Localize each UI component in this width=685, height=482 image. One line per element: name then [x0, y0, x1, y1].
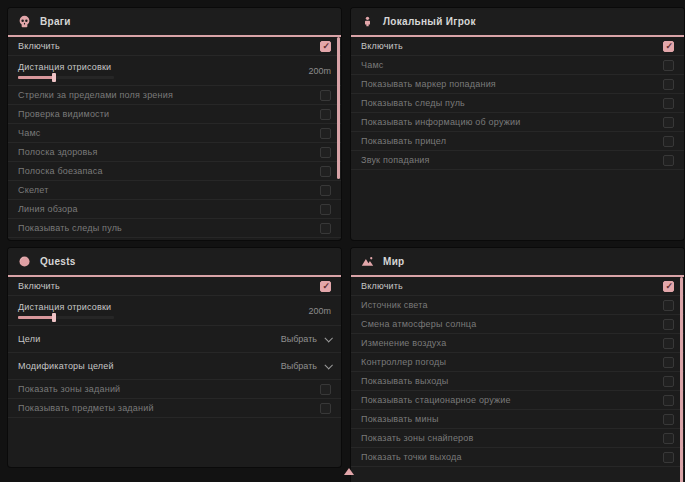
setting-row: Линия обзора — [8, 200, 341, 219]
checkbox[interactable] — [320, 204, 331, 215]
scrollbar-thumb[interactable] — [337, 37, 340, 179]
checkbox[interactable] — [320, 41, 331, 52]
checkbox[interactable] — [320, 384, 331, 395]
setting-row: Показать зоны снайперов — [351, 429, 684, 448]
setting-row: Полоска здоровья — [8, 143, 341, 162]
checkbox[interactable] — [663, 79, 674, 90]
setting-row: Контроллер погоды — [351, 353, 684, 372]
setting-row: Дистанция отрисовки200m — [8, 56, 341, 86]
setting-label: Стрелки за пределами поля зрения — [18, 90, 173, 100]
checkbox[interactable] — [320, 403, 331, 414]
scroll-indicator-triangle — [344, 468, 354, 475]
quest-icon — [18, 255, 31, 268]
checkbox[interactable] — [320, 166, 331, 177]
checkbox[interactable] — [663, 338, 674, 349]
slider-handle[interactable] — [52, 313, 56, 322]
checkbox[interactable] — [663, 357, 674, 368]
setting-row: ЦелиВыбрать — [8, 326, 341, 353]
setting-row: Дистанция отрисовки200m — [8, 296, 341, 326]
setting-row: Показать точки выхода — [351, 448, 684, 467]
chevron-down-icon — [324, 334, 332, 342]
panel-title: Враги — [40, 16, 71, 27]
panel-header[interactable]: Враги — [8, 8, 341, 37]
settings-grid: ВрагиВключитьДистанция отрисовки200mСтре… — [8, 8, 684, 482]
setting-label: Проверка видимости — [18, 109, 109, 119]
panel-quests: QuestsВключитьДистанция отрисовки200mЦел… — [8, 248, 341, 467]
setting-label: Включить — [18, 41, 60, 51]
panel-body: ВключитьДистанция отрисовки200mСтрелки з… — [8, 37, 341, 238]
setting-row: Показывать выходы — [351, 372, 684, 391]
dropdown[interactable]: Выбрать — [281, 361, 331, 371]
checkbox[interactable] — [320, 281, 331, 292]
setting-label: Показывать предметы заданий — [18, 403, 154, 413]
checkbox[interactable] — [663, 117, 674, 128]
cheat-menu-overlay: ВрагиВключитьДистанция отрисовки200mСтре… — [0, 0, 685, 482]
setting-label: Линия обзора — [18, 204, 78, 214]
slider[interactable] — [18, 76, 114, 79]
checkbox[interactable] — [320, 223, 331, 234]
setting-row: Показывать мины — [351, 410, 684, 429]
setting-label: Чамс — [18, 128, 41, 138]
checkbox[interactable] — [663, 319, 674, 330]
panel-world: МирВключитьИсточник светаСмена атмосферы… — [351, 248, 684, 482]
setting-row: Включить — [351, 37, 684, 56]
setting-row: Скелет — [8, 181, 341, 200]
setting-label: Показывать информацию об оружии — [361, 117, 520, 127]
setting-label: Включить — [361, 281, 403, 291]
setting-label: Полоска здоровья — [18, 147, 98, 157]
setting-row: Проверка видимости — [8, 105, 341, 124]
setting-row: Показывать предметы заданий — [8, 399, 341, 418]
setting-label: Смена атмосферы солнца — [361, 319, 476, 329]
scrollbar[interactable] — [337, 37, 340, 240]
setting-label: Показывать следы пуль — [18, 223, 122, 233]
setting-row: Показывать информацию об оружии — [351, 113, 684, 132]
setting-label: Показывать следы пуль — [361, 98, 465, 108]
checkbox[interactable] — [663, 155, 674, 166]
slider[interactable] — [18, 316, 114, 319]
checkbox[interactable] — [663, 98, 674, 109]
checkbox[interactable] — [663, 60, 674, 71]
setting-row: Показывать следы пуль — [351, 94, 684, 113]
scrollbar-thumb[interactable] — [680, 277, 683, 482]
setting-label: Дистанция отрисовки — [18, 302, 114, 312]
slider-value: 200m — [308, 306, 331, 316]
checkbox[interactable] — [320, 90, 331, 101]
checkbox[interactable] — [663, 452, 674, 463]
setting-row: Чамс — [8, 124, 341, 143]
slider-handle[interactable] — [52, 73, 56, 82]
panel-header[interactable]: Локальный Игрок — [351, 8, 684, 37]
checkbox[interactable] — [663, 376, 674, 387]
checkbox[interactable] — [663, 300, 674, 311]
dropdown-value: Выбрать — [281, 361, 317, 371]
panel-header[interactable]: Мир — [351, 248, 684, 277]
setting-label: Показать точки выхода — [361, 452, 462, 462]
panel-header[interactable]: Quests — [8, 248, 341, 277]
setting-label: Показывать стационарное оружие — [361, 395, 511, 405]
setting-label: Цели — [18, 334, 40, 344]
setting-row: Показывать следы пуль — [8, 219, 341, 238]
panel-title: Quests — [40, 256, 76, 267]
checkbox[interactable] — [663, 41, 674, 52]
checkbox[interactable] — [320, 185, 331, 196]
checkbox[interactable] — [320, 109, 331, 120]
setting-row: Показывать маркер попадания — [351, 75, 684, 94]
checkbox[interactable] — [320, 147, 331, 158]
dropdown[interactable]: Выбрать — [281, 334, 331, 344]
scrollbar[interactable] — [680, 277, 683, 482]
setting-row: Смена атмосферы солнца — [351, 315, 684, 334]
setting-label: Показать зоны заданий — [18, 384, 120, 394]
setting-row: Модификаторы целейВыбрать — [8, 353, 341, 380]
checkbox[interactable] — [663, 136, 674, 147]
setting-label: Звук попадания — [361, 155, 430, 165]
setting-row: Изменение воздуха — [351, 334, 684, 353]
checkbox[interactable] — [320, 128, 331, 139]
panel-body: ВключитьЧамсПоказывать маркер попаданияП… — [351, 37, 684, 170]
setting-row: Включить — [8, 37, 341, 56]
checkbox[interactable] — [663, 395, 674, 406]
setting-label: Показывать выходы — [361, 376, 449, 386]
checkbox[interactable] — [663, 433, 674, 444]
setting-row: Полоска боезапаса — [8, 162, 341, 181]
checkbox[interactable] — [663, 414, 674, 425]
setting-row: Показывать стационарное оружие — [351, 391, 684, 410]
checkbox[interactable] — [663, 281, 674, 292]
